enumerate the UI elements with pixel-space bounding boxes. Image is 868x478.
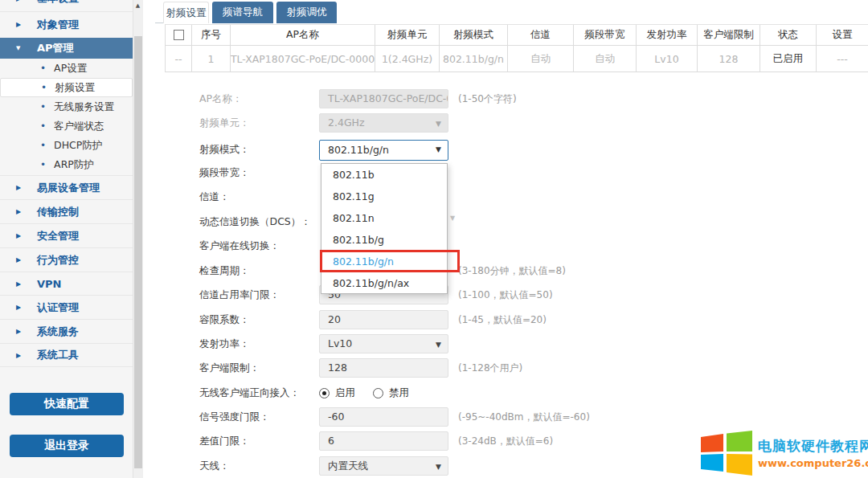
diff-threshold-label: 差值门限： bbox=[199, 431, 250, 451]
radio-mode-select[interactable]: 802.11b/g/n ▼ bbox=[319, 140, 448, 161]
sidebar-subitem-arp-protection[interactable]: • ARP防护 bbox=[0, 155, 133, 174]
dropdown-option[interactable]: 802.11b bbox=[321, 164, 447, 186]
sidebar-item-auth-management[interactable]: ▶ 认证管理 bbox=[0, 295, 133, 319]
column-header: 状态 bbox=[760, 25, 817, 46]
radio-mode-value: 802.11b/g/n bbox=[328, 144, 389, 156]
annotation-red-box bbox=[320, 250, 460, 272]
forward-access-label: 无线客户端正向接入： bbox=[199, 383, 300, 402]
windows-flag-icon bbox=[701, 431, 752, 476]
dropdown-option[interactable]: 802.11n bbox=[321, 207, 447, 229]
disable-radio[interactable] bbox=[373, 388, 383, 398]
bullet-icon: • bbox=[40, 159, 46, 170]
column-header: 射频模式 bbox=[440, 25, 508, 46]
sidebar-subitem-ap-settings[interactable]: • AP设置 bbox=[0, 59, 133, 78]
antenna-label: 天线： bbox=[199, 456, 230, 476]
ap-name-input[interactable]: TL-XAP1807GC-PoE/DC-00 bbox=[319, 89, 448, 108]
enable-radio[interactable] bbox=[319, 388, 330, 398]
header-select-cell bbox=[166, 25, 192, 46]
sidebar-item-label: 认证管理 bbox=[37, 300, 79, 315]
sidebar-item-vpn[interactable]: ▶ VPN bbox=[0, 272, 133, 295]
row-status-cell: 已启用 bbox=[760, 46, 817, 72]
tx-power-select[interactable]: Lv10 ▼ bbox=[319, 334, 448, 353]
sidebar-item-object-management[interactable]: ▶ 对象管理 bbox=[0, 11, 133, 37]
sidebar-item-system-services[interactable]: ▶ 系统服务 bbox=[0, 319, 133, 343]
main-content: 射频设置 频谱导航 射频调优 序号 AP名称 射频单元 射频模式 信道 频段带宽… bbox=[143, 0, 868, 478]
chevron-right-icon: ▶ bbox=[16, 328, 24, 335]
site-title: 电脑软硬件教程网 bbox=[758, 437, 868, 456]
dropdown-option[interactable]: 802.11b/g bbox=[321, 229, 447, 251]
sidebar-item-system-tools[interactable]: ▶ 系统工具 bbox=[0, 343, 133, 367]
subitem-label: DHCP防护 bbox=[54, 139, 102, 153]
client-limit-input[interactable]: 128 bbox=[319, 358, 448, 378]
sidebar-item-security-management[interactable]: ▶ 安全管理 bbox=[0, 223, 133, 247]
sidebar-item-label: 系统工具 bbox=[37, 348, 79, 362]
sidebar: ▶ 基本设置 ▶ 对象管理 ▼ AP管理 • AP设置 • 射频设置 • 无线服… bbox=[0, 0, 133, 478]
tab-radio-tuning[interactable]: 射频调优 bbox=[276, 2, 337, 23]
column-header: 设置 bbox=[817, 25, 868, 46]
hidden-select-arrow-icon: ▼ bbox=[450, 214, 455, 222]
tab-spectrum-navigation[interactable]: 频谱导航 bbox=[212, 2, 273, 23]
sidebar-subitem-client-status[interactable]: • 客户端状态 bbox=[0, 116, 133, 136]
tolerance-label: 容限系数： bbox=[199, 310, 250, 329]
channel-label: 信道： bbox=[199, 187, 230, 206]
tolerance-hint: (1-45，默认值=20) bbox=[458, 310, 547, 329]
chevron-right-icon: ▶ bbox=[16, 0, 24, 2]
column-header: 客户端限制 bbox=[698, 25, 760, 46]
chevron-right-icon: ▶ bbox=[16, 280, 24, 288]
subitem-label: 客户端状态 bbox=[54, 120, 104, 133]
dropdown-arrow-icon: ▼ bbox=[436, 457, 441, 476]
radio-unit-select[interactable]: 2.4GHz ▼ bbox=[319, 113, 448, 133]
dcs-label: 动态信道切换（DCS）： bbox=[199, 212, 311, 231]
site-text: 电脑软硬件教程网 www.computer26.com bbox=[758, 437, 868, 469]
dropdown-arrow-icon: ▼ bbox=[436, 114, 441, 133]
column-header: AP名称 bbox=[231, 25, 375, 46]
logout-button[interactable]: 退出登录 bbox=[10, 435, 124, 457]
row-channel-cell: 自动 bbox=[508, 46, 574, 72]
site-watermark: 电脑软硬件教程网 www.computer26.com bbox=[701, 431, 868, 476]
channel-occupancy-hint: (1-100，默认值=50) bbox=[458, 285, 553, 304]
radio-mode-dropdown: 802.11b 802.11g 802.11n 802.11b/g 802.11… bbox=[321, 163, 448, 294]
sidebar-subitem-radio-settings[interactable]: • 射频设置 bbox=[0, 78, 133, 97]
tolerance-input[interactable]: 20 bbox=[319, 310, 448, 329]
tx-power-value: Lv10 bbox=[328, 337, 352, 349]
ap-name-label: AP名称： bbox=[199, 89, 243, 108]
diff-threshold-hint: (3-24dB，默认值=6) bbox=[458, 431, 553, 451]
diff-threshold-input[interactable]: 6 bbox=[319, 431, 448, 451]
scrollbar-thumb[interactable] bbox=[134, 36, 142, 468]
signal-threshold-hint: (-95~-40dBm，默认值=-60) bbox=[458, 407, 590, 427]
chevron-right-icon: ▶ bbox=[16, 184, 24, 191]
sidebar-item-behavior-control[interactable]: ▶ 行为管控 bbox=[0, 247, 133, 272]
sidebar-subitem-wireless-service[interactable]: • 无线服务设置 bbox=[0, 97, 133, 116]
tab-radio-settings[interactable]: 射频设置 bbox=[163, 2, 209, 23]
sidebar-item-transmission-control[interactable]: ▶ 传输控制 bbox=[0, 199, 133, 223]
signal-threshold-input[interactable]: -60 bbox=[319, 407, 448, 427]
select-all-checkbox[interactable] bbox=[174, 30, 184, 40]
column-header: 发射功率 bbox=[637, 25, 698, 46]
column-header: 射频单元 bbox=[375, 25, 440, 46]
subitem-label: 无线服务设置 bbox=[54, 100, 114, 114]
sidebar-item-ap-management[interactable]: ▼ AP管理 bbox=[0, 38, 133, 59]
subitem-label: ARP防护 bbox=[54, 158, 94, 172]
quick-setup-button[interactable]: 快速配置 bbox=[10, 393, 124, 415]
ap-name-hint: (1-50个字符) bbox=[458, 89, 517, 108]
sidebar-item-label: 对象管理 bbox=[37, 18, 79, 32]
scroll-up-icon[interactable]: ▲ bbox=[133, 2, 142, 10]
sidebar-item-easy-mesh[interactable]: ▶ 易展设备管理 bbox=[0, 175, 133, 199]
antenna-select[interactable]: 内置天线 ▼ bbox=[319, 456, 448, 476]
ap-table: 序号 AP名称 射频单元 射频模式 信道 频段带宽 发射功率 客户端限制 状态 … bbox=[165, 24, 868, 72]
row-ap-name-cell: TL-XAP1807GC-PoE/DC-0000 bbox=[231, 46, 375, 72]
disable-radio-label: 禁用 bbox=[389, 386, 409, 400]
sidebar-subitem-dhcp-protection[interactable]: • DHCP防护 bbox=[0, 136, 133, 155]
channel-occupancy-label: 信道占用率门限： bbox=[199, 285, 280, 304]
row-radio-unit-cell: 1(2.4GHz) bbox=[375, 46, 440, 72]
tx-power-label: 发射功率： bbox=[199, 334, 250, 353]
row-tx-power-cell: Lv10 bbox=[637, 46, 698, 72]
dropdown-option[interactable]: 802.11g bbox=[321, 186, 447, 207]
client-limit-label: 客户端限制： bbox=[199, 358, 260, 378]
sidebar-item-label: 易展设备管理 bbox=[37, 181, 100, 195]
dropdown-option[interactable]: 802.11b/g/n/ax bbox=[321, 272, 447, 294]
sidebar-item-label: 系统服务 bbox=[37, 325, 79, 339]
row-radio-mode-cell: 802.11b/g/n bbox=[440, 46, 508, 72]
bullet-icon: • bbox=[40, 101, 46, 112]
sidebar-item-basic-settings[interactable]: ▶ 基本设置 bbox=[0, 0, 133, 10]
